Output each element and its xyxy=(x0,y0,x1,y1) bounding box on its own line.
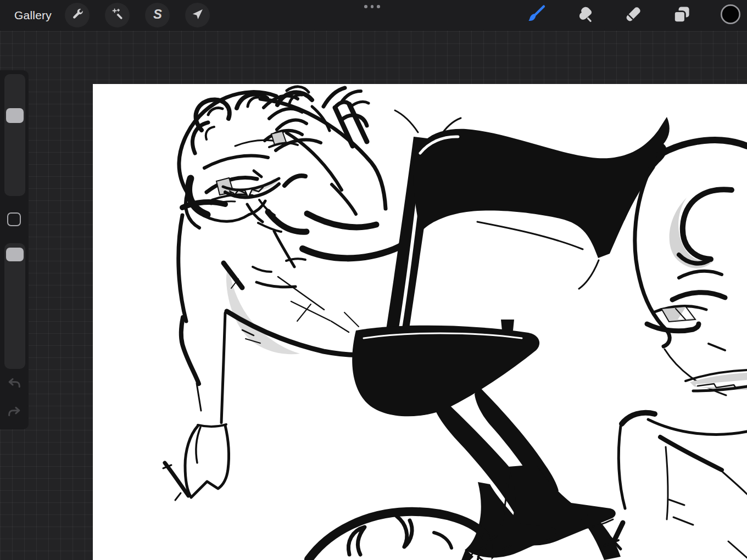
color-swatch-circle xyxy=(720,3,742,27)
layers-button[interactable] xyxy=(669,3,694,27)
smudge-finger-icon xyxy=(575,4,596,27)
overflow-menu-icon[interactable] xyxy=(364,5,380,8)
ink-sketch-artwork xyxy=(93,84,747,560)
undo-arrow-icon xyxy=(7,383,22,393)
actions-button[interactable] xyxy=(65,3,90,27)
opacity-slider-handle[interactable] xyxy=(6,248,24,261)
paint-tool-button[interactable] xyxy=(523,3,548,27)
adjustments-button[interactable] xyxy=(105,3,130,27)
layers-icon xyxy=(671,4,692,27)
modify-button[interactable] xyxy=(7,212,21,226)
redo-arrow-icon xyxy=(7,412,22,421)
main-figure-head xyxy=(179,88,369,232)
top-toolbar: Gallery S xyxy=(0,0,747,31)
procreate-window: Gallery S xyxy=(0,0,747,560)
erase-tool-button[interactable] xyxy=(621,3,645,27)
wrench-icon xyxy=(70,7,85,24)
main-figure-left-arm-glove xyxy=(163,313,228,500)
gallery-button[interactable]: Gallery xyxy=(14,0,52,31)
paintbrush-icon xyxy=(525,3,547,27)
brush-size-slider-handle[interactable] xyxy=(6,108,24,123)
drawing-canvas[interactable] xyxy=(93,84,747,560)
redo-button[interactable] xyxy=(7,404,22,419)
undo-button[interactable] xyxy=(7,376,22,391)
eraser-icon xyxy=(623,4,644,27)
selection-button[interactable]: S xyxy=(145,3,170,27)
smudge-tool-button[interactable] xyxy=(573,3,598,27)
svg-text:S: S xyxy=(153,7,162,21)
side-toolbar xyxy=(0,70,29,429)
transform-button[interactable] xyxy=(185,3,210,27)
transform-arrow-icon xyxy=(191,7,205,24)
brush-size-slider[interactable] xyxy=(4,74,25,196)
magic-wand-icon xyxy=(110,7,125,24)
color-swatch-button[interactable] xyxy=(718,3,743,27)
selection-s-icon: S xyxy=(150,7,165,24)
opacity-slider[interactable] xyxy=(4,243,25,369)
